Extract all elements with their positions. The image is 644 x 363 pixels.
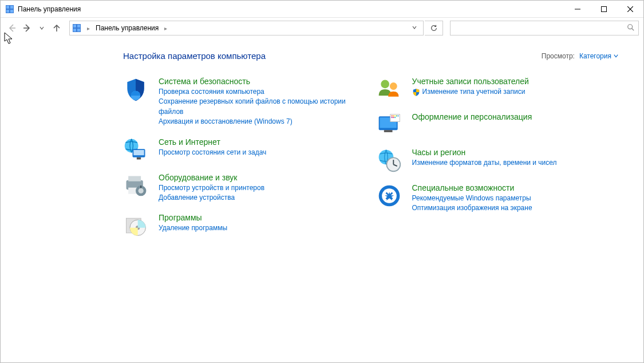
clock-globe-icon [377, 148, 402, 173]
recent-dropdown[interactable] [35, 21, 49, 35]
right-column: Учетные записи пользователей Изменение т… [377, 77, 619, 248]
personalization-icon [377, 112, 402, 137]
category-title[interactable]: Программы [159, 213, 227, 222]
chevron-right-icon[interactable]: ▸ [84, 25, 93, 31]
category-system-security: Система и безопасность Проверка состояни… [123, 77, 365, 127]
svg-rect-41 [391, 117, 392, 118]
category-clock-region: Часы и регион Изменение форматов даты, в… [377, 148, 619, 173]
svg-rect-2 [10, 6, 13, 9]
svg-rect-38 [394, 116, 396, 117]
address-dropdown[interactable] [408, 24, 421, 32]
page-title: Настройка параметров компьютера [123, 51, 542, 61]
svg-point-25 [139, 188, 144, 193]
header-row: Настройка параметров компьютера Просмотр… [123, 51, 618, 61]
category-link[interactable]: Изменение типа учетной записи [412, 87, 529, 97]
category-link-text: Изменение типа учетной записи [422, 87, 526, 97]
category-link[interactable]: Оптимизация изображения на экране [412, 203, 532, 213]
category-link[interactable]: Удаление программы [159, 223, 227, 233]
up-button[interactable] [50, 21, 64, 35]
titlebar: Панель управления [1, 1, 643, 18]
globe-network-icon [123, 137, 148, 163]
chevron-down-icon [614, 54, 618, 58]
category-title[interactable]: Учетные записи пользователей [412, 77, 529, 86]
svg-rect-37 [393, 116, 394, 117]
category-link[interactable]: Архивация и восстановление (Windows 7) [159, 117, 365, 127]
category-title[interactable]: Сеть и Интернет [159, 137, 266, 147]
navigation-toolbar: ▸ Панель управления ▸ [1, 18, 643, 38]
category-programs: Программы Удаление программы [123, 213, 365, 238]
svg-rect-1 [6, 6, 9, 9]
category-title[interactable]: Специальные возможности [412, 183, 532, 192]
category-title[interactable]: Система и безопасность [159, 77, 365, 86]
content-area: Настройка параметров компьютера Просмотр… [1, 38, 643, 248]
svg-rect-13 [77, 29, 80, 31]
view-by-dropdown[interactable]: Категория [579, 52, 618, 60]
category-network: Сеть и Интернет Просмотр состояния сети … [123, 137, 365, 163]
forward-button[interactable] [20, 21, 34, 35]
disc-programs-icon [123, 213, 148, 238]
svg-rect-4 [10, 10, 13, 13]
view-by-label: Просмотр: [542, 52, 575, 60]
chevron-right-icon[interactable]: ▸ [161, 25, 171, 31]
svg-point-14 [628, 24, 633, 29]
svg-rect-22 [128, 176, 141, 181]
printer-hardware-icon [123, 173, 148, 198]
svg-rect-26 [140, 186, 141, 188]
svg-rect-40 [397, 116, 398, 117]
refresh-button[interactable] [425, 21, 443, 35]
category-hardware: Оборудование и звук Просмотр устройств и… [123, 173, 365, 203]
window-controls [564, 1, 643, 18]
category-link[interactable]: Просмотр состояния сети и задач [159, 148, 266, 157]
search-input[interactable] [450, 21, 639, 35]
svg-rect-11 [77, 25, 80, 27]
svg-rect-34 [384, 130, 392, 132]
category-appearance: Оформление и персонализация [377, 112, 619, 137]
category-user-accounts: Учетные записи пользователей Изменение т… [377, 77, 619, 102]
svg-rect-3 [6, 10, 9, 13]
minimize-button[interactable] [564, 1, 591, 18]
close-button[interactable] [617, 1, 643, 18]
svg-rect-6 [602, 6, 607, 11]
category-link[interactable]: Сохранение резервных копий файлов с помо… [159, 97, 365, 117]
category-title[interactable]: Оформление и персонализация [412, 112, 532, 121]
category-link[interactable]: Проверка состояния компьютера [159, 87, 365, 97]
svg-point-30 [381, 80, 389, 89]
svg-point-31 [389, 82, 397, 90]
svg-rect-10 [73, 25, 76, 27]
category-title[interactable]: Оборудование и звук [159, 173, 264, 182]
window-title: Панель управления [18, 5, 564, 13]
category-link[interactable]: Рекомендуемые Windows параметры [412, 194, 532, 203]
category-link[interactable]: Добавление устройства [159, 193, 264, 203]
category-link[interactable]: Просмотр устройств и принтеров [159, 183, 264, 193]
breadcrumb-root[interactable]: Панель управления [96, 24, 159, 32]
svg-rect-42 [393, 117, 394, 118]
category-ease-of-access: Специальные возможности Рекомендуемые Wi… [377, 183, 619, 214]
svg-point-50 [388, 194, 391, 198]
users-icon [377, 77, 402, 102]
ease-of-access-icon [377, 183, 402, 208]
svg-rect-19 [133, 150, 144, 155]
left-column: Система и безопасность Проверка состояни… [123, 77, 365, 248]
address-bar[interactable]: ▸ Панель управления ▸ [69, 21, 424, 35]
control-panel-icon [5, 5, 14, 14]
search-icon [627, 23, 635, 33]
svg-rect-39 [396, 116, 397, 117]
category-title[interactable]: Часы и регион [412, 148, 557, 157]
svg-line-15 [632, 28, 634, 30]
svg-rect-12 [73, 29, 76, 31]
category-link[interactable]: Изменение форматов даты, времени и чисел [412, 158, 557, 168]
back-button[interactable] [5, 21, 19, 35]
view-by-value: Категория [579, 52, 611, 60]
uac-shield-icon [412, 88, 420, 96]
svg-rect-20 [137, 157, 141, 159]
svg-rect-36 [391, 116, 392, 117]
shield-icon [123, 77, 148, 102]
svg-rect-43 [394, 117, 396, 118]
control-panel-icon [72, 23, 81, 33]
maximize-button[interactable] [591, 1, 617, 18]
